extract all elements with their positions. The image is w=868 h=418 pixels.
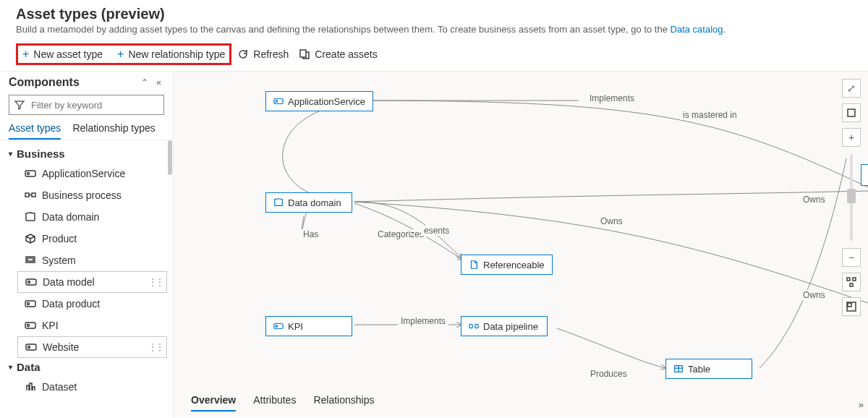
table-icon	[673, 364, 684, 374]
edge-label-masteredin: is mastered in	[680, 110, 740, 120]
item-kpi[interactable]: KPI	[0, 315, 173, 336]
kpi-icon	[25, 320, 36, 331]
plus-icon: +	[22, 48, 29, 60]
model-icon	[25, 298, 36, 310]
domain-icon	[25, 211, 36, 223]
item-product[interactable]: Product	[0, 228, 173, 249]
item-data-model[interactable]: Data model⋮⋮	[17, 271, 167, 293]
service-icon	[273, 96, 284, 106]
group-business-label: Business	[17, 148, 65, 160]
node-applicationservice[interactable]: ApplicationService	[265, 91, 373, 111]
minimap-button[interactable]	[842, 297, 861, 316]
page-subtitle: Build a metamodel by adding asset types …	[16, 24, 852, 35]
product-icon	[25, 233, 36, 244]
document-icon	[469, 260, 479, 270]
node-label: Table	[688, 364, 710, 375]
components-sidebar: Components ⌃ « Asset types Relationship …	[0, 72, 174, 417]
svg-rect-3	[25, 193, 29, 197]
item-data-product[interactable]: Data product	[0, 293, 173, 315]
refresh-icon	[237, 48, 249, 60]
item-data-domain[interactable]: Data domain	[0, 206, 173, 228]
tab-relationship-types[interactable]: Relationship types	[72, 122, 155, 140]
zoom-slider-thumb[interactable]	[847, 189, 856, 203]
node-table[interactable]: Table	[665, 359, 752, 379]
edges-layer	[174, 72, 868, 417]
group-business[interactable]: ▾Business	[0, 145, 173, 163]
fullscreen-button[interactable]: ⤢	[842, 79, 861, 98]
item-website[interactable]: Website⋮⋮	[17, 336, 167, 358]
item-system[interactable]: System	[0, 249, 173, 271]
minimap-icon	[846, 301, 857, 312]
svg-rect-0	[300, 50, 306, 57]
svg-point-10	[27, 303, 30, 305]
create-assets-label: Create assets	[315, 48, 377, 60]
drag-handle-icon[interactable]: ⋮⋮	[148, 276, 162, 288]
tab-relationships[interactable]: Relationships	[313, 394, 374, 411]
page-title: Asset types (preview)	[16, 6, 852, 22]
node-data-pipeline[interactable]: Data pipeline	[461, 316, 548, 336]
filter-icon	[14, 99, 25, 111]
svg-rect-22	[848, 109, 855, 116]
item-label: Data model	[43, 276, 95, 288]
svg-point-14	[28, 346, 30, 349]
fit-icon	[846, 107, 857, 119]
process-icon	[25, 189, 36, 201]
fit-to-screen-button[interactable]	[842, 103, 861, 122]
auto-layout-button[interactable]	[842, 273, 861, 291]
dataset-icon	[25, 381, 36, 393]
item-applicationservice[interactable]: ApplicationService	[0, 163, 173, 184]
offscreen-node-indicator[interactable]	[861, 164, 868, 186]
components-tree[interactable]: ▾Business ApplicationService Business pr…	[0, 140, 173, 417]
plus-icon: +	[117, 48, 124, 60]
zoom-slider[interactable]	[850, 154, 853, 241]
node-label: Data pipeline	[483, 321, 538, 332]
node-data-domain[interactable]: Data domain	[265, 192, 352, 213]
new-asset-type-button[interactable]: + New asset type	[22, 48, 103, 60]
item-label: Product	[42, 233, 77, 244]
svg-rect-6	[27, 258, 33, 261]
pipeline-icon	[469, 321, 479, 331]
group-data[interactable]: ▾Data	[0, 358, 173, 376]
filter-input-wrapper[interactable]	[9, 95, 164, 115]
layout-icon	[846, 276, 857, 288]
chevron-down-icon: ▾	[9, 363, 12, 371]
svg-point-18	[276, 325, 278, 328]
toolbar: + New asset type + New relationship type…	[0, 38, 868, 72]
metamodel-canvas[interactable]: ApplicationService Data domain Reference…	[174, 72, 868, 417]
new-relationship-type-button[interactable]: + New relationship type	[117, 48, 225, 60]
node-label: KPI	[288, 321, 303, 332]
refresh-button[interactable]: Refresh	[237, 48, 289, 60]
expand-detail-chevron[interactable]: »	[859, 399, 864, 410]
drag-handle-icon[interactable]: ⋮⋮	[148, 341, 162, 353]
node-kpi[interactable]: KPI	[265, 316, 352, 336]
item-business-process[interactable]: Business process	[0, 184, 173, 206]
subtitle-period: .	[723, 24, 726, 35]
filter-input[interactable]	[30, 99, 159, 111]
item-label: KPI	[42, 320, 59, 331]
item-label: Data product	[42, 298, 100, 310]
detail-tabs: Overview Attributes Relationships	[191, 394, 374, 411]
svg-point-2	[27, 173, 30, 175]
tab-overview[interactable]: Overview	[191, 394, 236, 411]
item-dataset[interactable]: Dataset	[0, 376, 173, 398]
node-referenceable[interactable]: Referenceable	[461, 255, 553, 275]
tab-attributes[interactable]: Attributes	[253, 394, 296, 411]
item-label: ApplicationService	[42, 168, 125, 179]
data-catalog-link[interactable]: Data catalog	[671, 24, 723, 35]
node-label: Data domain	[288, 197, 341, 208]
zoom-in-button[interactable]: +	[842, 128, 861, 147]
item-label: Business process	[42, 189, 122, 201]
node-label: Referenceable	[483, 260, 545, 270]
edge-label-owns: Owns	[800, 195, 828, 205]
group-data-label: Data	[17, 361, 41, 373]
zoom-out-button[interactable]: −	[842, 248, 861, 267]
edge-label-produces: Produces	[587, 369, 630, 379]
edge-label-has: Has	[300, 229, 321, 239]
svg-point-12	[27, 325, 30, 327]
svg-rect-4	[32, 193, 35, 197]
collapse-sidebar-button[interactable]: ⌃ «	[141, 77, 164, 88]
tab-asset-types[interactable]: Asset types	[9, 122, 61, 140]
system-icon	[25, 255, 36, 266]
create-assets-button[interactable]: Create assets	[299, 48, 377, 60]
svg-rect-23	[847, 278, 850, 281]
